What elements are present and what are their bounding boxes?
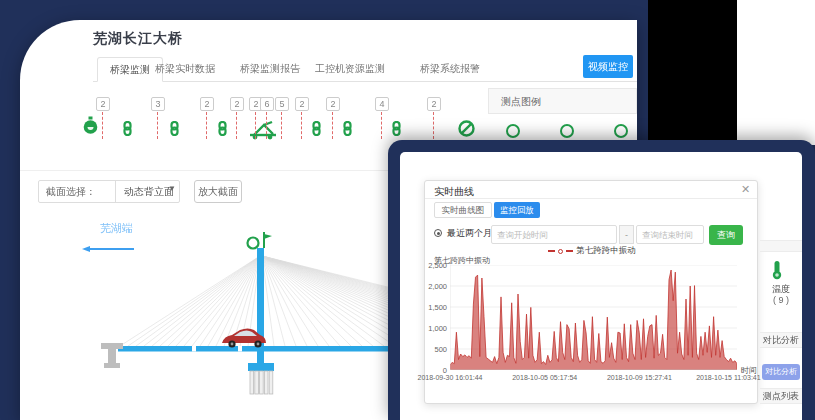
gauge-sensor-icon[interactable] (82, 116, 99, 140)
sidebar-header-fragment (760, 240, 802, 252)
chain-sensor-icon[interactable] (216, 121, 229, 136)
enlarge-section-button[interactable]: 放大截面 (194, 180, 242, 203)
select-divider (115, 180, 116, 203)
dialog-header-divider (425, 198, 757, 199)
sensor-count-badge: 6 (260, 97, 274, 111)
sensor-dash-line (102, 112, 103, 139)
sensor-dash-line (281, 112, 282, 139)
vibration-chart[interactable] (450, 265, 737, 370)
sensor-dash-line (157, 112, 158, 139)
pier-piles (250, 371, 273, 394)
disabled-sensor-icon[interactable] (458, 120, 475, 141)
close-icon[interactable]: ✕ (741, 183, 750, 196)
legend-line-icon (548, 250, 555, 252)
measure-point-legend-header: 测点图例 (488, 88, 637, 114)
sensor-count-badge: 3 (151, 97, 165, 111)
chain-sensor-icon[interactable] (168, 121, 181, 136)
y-tick-label: 1,000 (425, 324, 447, 333)
curve-popup-page: 实时曲线 ✕ 实时曲线图 监控回放 最近两个月 - 查询 第七跨跨中振动 第七跨… (400, 152, 802, 420)
chain-sensor-icon[interactable] (310, 121, 323, 136)
chain-sensor-icon[interactable] (390, 121, 403, 136)
tab-monitor-playback[interactable]: 监控回放 (494, 202, 540, 218)
temperature-count: ( 9 ) (760, 295, 802, 305)
compare-analysis-header: 对比分析 (760, 332, 802, 348)
background-white-panel (737, 0, 815, 145)
chain-sensor-icon[interactable] (341, 121, 354, 136)
sensor-dash-line (301, 112, 302, 139)
section-select-label: 截面选择： (46, 185, 96, 199)
legend-circle-icon (558, 249, 563, 254)
expansion-joint-sensor-icon[interactable] (248, 118, 278, 144)
legend-series-label: 第七跨跨中振动 (576, 245, 636, 257)
sensor-count-badge: 2 (230, 97, 244, 111)
realtime-curve-dialog: 实时曲线 ✕ 实时曲线图 监控回放 最近两个月 - 查询 第七跨跨中振动 第七跨… (424, 180, 758, 404)
query-start-time-input[interactable] (491, 225, 617, 244)
background-black-area (648, 0, 737, 142)
bridge-abutment (101, 343, 123, 368)
sensor-count-badge: 2 (295, 97, 309, 111)
legend-sensor-icon (560, 124, 574, 138)
sensor-dash-line (332, 112, 333, 139)
pier-cap (248, 363, 274, 371)
legend-line-icon (566, 250, 573, 252)
dialog-title: 实时曲线 (434, 185, 474, 199)
sensor-dash-line (236, 112, 237, 139)
date-range-separator: - (619, 225, 634, 244)
x-tick-label: 2018-10-05 05:17:54 (512, 374, 577, 381)
y-tick-label: 2,000 (425, 282, 447, 291)
sensor-count-badge: 2 (326, 97, 340, 111)
sensor-dash-line (433, 112, 434, 139)
thermometer-icon[interactable] (770, 260, 784, 280)
legend-sensor-icon (506, 124, 520, 138)
sensor-count-badge: 4 (375, 97, 389, 111)
section-select-value[interactable]: 动态背立面 (124, 185, 174, 199)
desktop-composite: 芜湖长江大桥 桥梁监测 桥梁实时数据 桥梁监测报告 工控机资源监测 桥梁系统报警… (0, 0, 815, 420)
x-axis-name: 时间 (741, 365, 757, 376)
sensor-count-badge: 2 (427, 97, 441, 111)
y-tick-label: 1,500 (425, 303, 447, 312)
sensor-dash-line (255, 112, 256, 139)
query-button[interactable]: 查询 (709, 225, 743, 245)
sensor-count-badge: 5 (275, 97, 289, 111)
chain-sensor-icon[interactable] (121, 121, 134, 136)
sensor-dash-line (266, 112, 267, 139)
query-end-time-input[interactable] (636, 225, 704, 244)
y-tick-label: 2,500 (425, 261, 447, 270)
chevron-down-icon[interactable]: ▼ (168, 184, 176, 193)
sensor-dash-line (206, 112, 207, 139)
y-tick-label: 500 (425, 345, 447, 354)
sensor-count-badge: 2 (200, 97, 214, 111)
last-two-months-label: 最近两个月 (447, 227, 492, 240)
x-tick-label: 2018-10-09 15:27:41 (607, 374, 672, 381)
point-list-header: 测点列表 (760, 388, 802, 404)
tower-top-sensor-icons (248, 232, 273, 249)
legend-sensor-icon (614, 124, 628, 138)
compare-analysis-button[interactable]: 对比分析 (762, 364, 800, 380)
curve-popup-window: 实时曲线 ✕ 实时曲线图 监控回放 最近两个月 - 查询 第七跨跨中振动 第七跨… (388, 140, 815, 420)
tab-realtime-curve[interactable]: 实时曲线图 (434, 202, 492, 218)
sensor-count-badge: 2 (96, 97, 110, 111)
sensor-dash-line (381, 112, 382, 139)
last-two-months-radio[interactable] (434, 229, 442, 237)
x-tick-label: 2018-09-30 16:01:44 (418, 374, 483, 381)
